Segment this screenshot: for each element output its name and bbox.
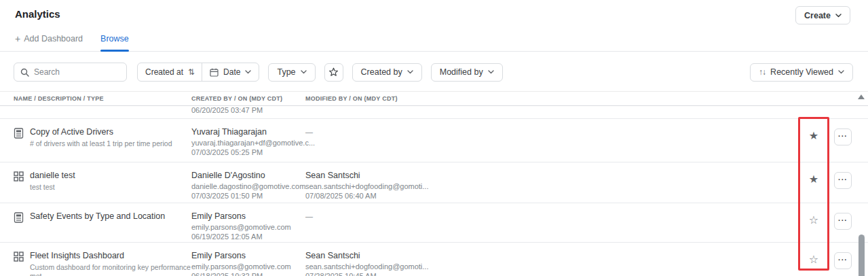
report-icon [14, 212, 24, 224]
date-filter-group: Created at ⇅ Date [137, 63, 259, 82]
table-row[interactable]: danielle test test test Danielle D'Agost… [0, 162, 868, 203]
created-by-name: Emily Parsons [191, 211, 305, 222]
calendar-icon [210, 68, 219, 77]
created-date: 06/18/2025 10:32 PM [191, 271, 305, 276]
modified-by-name: — [305, 211, 798, 221]
type-filter[interactable]: Type [268, 63, 315, 82]
search-box[interactable] [14, 63, 127, 82]
favorites-filter[interactable] [324, 63, 343, 82]
scrollbar-thumb[interactable] [858, 235, 865, 276]
created-by-email: yuvaraj.thiagarajan+df@gomotive.c... [191, 138, 305, 148]
favorite-star-toggle[interactable]: ★ [809, 130, 818, 142]
dashboard-description: # of drivers with at least 1 trip per ti… [30, 139, 172, 148]
tab-add-dashboard[interactable]: + Add Dashboard [15, 34, 83, 51]
table-header-row: Name / Description / Type Created by / o… [0, 92, 868, 106]
sort-updown-icon: ⇅ [188, 67, 194, 77]
type-filter-label: Type [277, 67, 295, 77]
row-menu-button[interactable]: ··· [834, 252, 852, 269]
chevron-down-icon [301, 70, 307, 74]
created-by-name: Yuvaraj Thiagarajan [191, 127, 305, 137]
row-menu-button[interactable]: ··· [834, 172, 852, 189]
tab-browse[interactable]: Browse [100, 34, 129, 51]
plus-icon: + [15, 35, 20, 42]
star-outline-icon [328, 67, 339, 77]
created-by-name: Danielle D'Agostino [191, 171, 305, 181]
create-button[interactable]: Create [795, 6, 850, 24]
created-date: 07/03/2025 01:50 PM [191, 191, 305, 201]
filter-bar: Created at ⇅ Date Type Created by Mo [0, 52, 868, 91]
modified-by-name: — [305, 127, 798, 137]
modified-by-email: sean.santschi+dogfooding@gomoti... [305, 262, 798, 271]
column-header-created: Created by / on (MDY CDT) [191, 95, 305, 102]
created-by-email: emily.parsons@gomotive.com [191, 222, 305, 232]
dashboard-name: danielle test [30, 171, 75, 181]
page-title: Analytics [15, 8, 60, 20]
created-by-email: danielle.dagostino@gomotive.com [191, 182, 305, 191]
sort-arrows-icon: ↑↓ [759, 67, 766, 77]
row-menu-button[interactable]: ··· [834, 128, 852, 145]
dashboard-name: Fleet Insights Dashboard [30, 251, 191, 261]
column-header-name: Name / Description / Type [14, 95, 191, 102]
page-header: Analytics Create [0, 0, 868, 24]
modified-by-name: Sean Santschi [305, 171, 798, 181]
chevron-down-icon [838, 70, 844, 74]
table-row[interactable]: Copy of Active Drivers # of drivers with… [0, 119, 868, 162]
table-row[interactable]: Safety Events by Type and Location Emily… [0, 203, 868, 243]
dashboard-description: test test [30, 183, 75, 192]
scrollbar-up-arrow[interactable] [858, 94, 865, 99]
modified-by-filter[interactable]: Modified by [431, 63, 503, 82]
tab-add-dashboard-label: Add Dashboard [24, 34, 83, 44]
created-by-filter-label: Created by [361, 67, 402, 77]
created-at-label: Created at [145, 67, 183, 77]
column-header-modified: Modified by / on (MDY CDT) [305, 95, 798, 102]
favorite-star-toggle[interactable]: ☆ [809, 254, 818, 266]
sort-order-label: Recently Viewed [770, 67, 833, 77]
created-date: 06/20/2025 03:47 PM [191, 106, 305, 118]
favorite-star-toggle[interactable]: ☆ [809, 214, 818, 226]
date-filter[interactable]: Date [202, 63, 259, 81]
sort-order-dropdown[interactable]: ↑↓ Recently Viewed [750, 63, 853, 82]
created-date: 06/19/2025 12:05 AM [191, 232, 305, 241]
row-menu-button[interactable]: ··· [834, 213, 852, 230]
tab-bar: + Add Dashboard Browse [0, 34, 868, 52]
dashboard-name: Safety Events by Type and Location [30, 211, 165, 222]
modified-date: 07/08/2025 06:40 AM [305, 191, 798, 201]
table-row-clipped[interactable]: 06/20/2025 03:47 PM [0, 106, 868, 119]
modified-by-filter-label: Modified by [440, 67, 483, 77]
dashboards-table: Name / Description / Type Created by / o… [0, 91, 868, 276]
created-date: 07/03/2025 05:25 PM [191, 148, 305, 157]
create-button-label: Create [804, 11, 831, 20]
chevron-down-icon [835, 14, 842, 18]
search-input[interactable] [34, 67, 120, 77]
chevron-down-icon [407, 70, 413, 74]
modified-by-name: Sean Santschi [305, 251, 798, 261]
created-by-name: Emily Parsons [191, 251, 305, 261]
chevron-down-icon [488, 70, 494, 74]
created-by-email: emily.parsons@gomotive.com [191, 262, 305, 271]
date-label: Date [223, 67, 240, 77]
created-at-sort[interactable]: Created at ⇅ [138, 63, 202, 81]
chevron-down-icon [245, 70, 251, 74]
dashboard-description: Custom dashboard for monitoring key perf… [30, 263, 191, 276]
modified-by-email: sean.santschi+dogfooding@gomoti... [305, 182, 798, 191]
report-icon [14, 128, 24, 148]
dashboard-name: Copy of Active Drivers [30, 127, 172, 137]
favorite-star-toggle[interactable]: ★ [809, 173, 818, 186]
search-icon [20, 68, 29, 77]
tab-browse-label: Browse [100, 34, 129, 44]
modified-date: 07/28/2025 10:45 AM [305, 271, 798, 276]
dashboard-grid-icon [14, 171, 24, 192]
table-row[interactable]: Fleet Insights Dashboard Custom dashboar… [0, 243, 868, 276]
created-by-filter[interactable]: Created by [352, 63, 422, 82]
dashboard-grid-icon [14, 252, 24, 276]
